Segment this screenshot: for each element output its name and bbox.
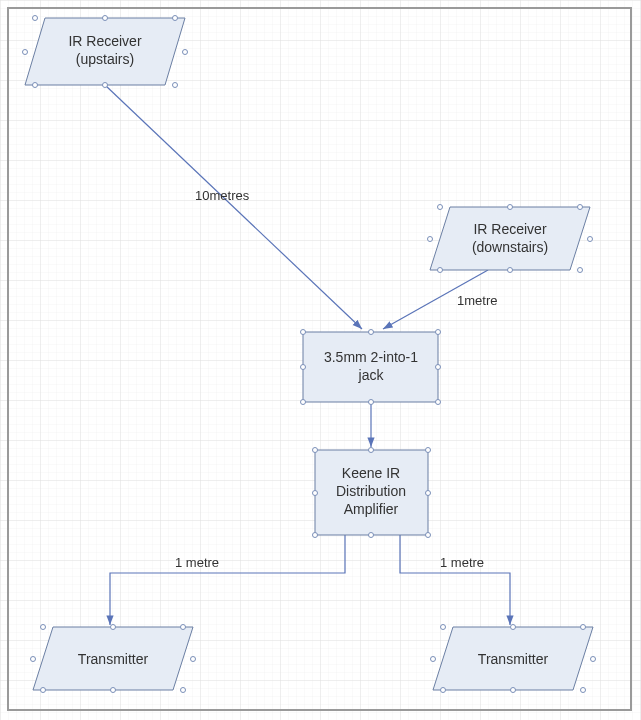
transmitter-left-line1: Transmitter	[78, 651, 149, 667]
svg-point-12	[183, 50, 188, 55]
svg-point-27	[369, 400, 374, 405]
svg-point-50	[441, 625, 446, 630]
svg-point-48	[191, 657, 196, 662]
svg-point-39	[426, 491, 431, 496]
svg-point-28	[436, 400, 441, 405]
svg-point-15	[508, 205, 513, 210]
jack-line1: 3.5mm 2-into-1	[324, 349, 418, 365]
svg-point-23	[301, 330, 306, 335]
node-jack[interactable]: 3.5mm 2-into-1 jack	[301, 330, 441, 405]
svg-point-29	[301, 365, 306, 370]
svg-point-16	[578, 205, 583, 210]
svg-point-19	[578, 268, 583, 273]
svg-point-57	[591, 657, 596, 662]
svg-point-9	[103, 83, 108, 88]
svg-point-51	[511, 625, 516, 630]
svg-point-26	[301, 400, 306, 405]
svg-point-38	[313, 491, 318, 496]
svg-point-35	[313, 533, 318, 538]
svg-point-11	[23, 50, 28, 55]
svg-point-25	[436, 330, 441, 335]
svg-point-10	[173, 83, 178, 88]
ir-upstairs-line2: (upstairs)	[76, 51, 134, 67]
node-transmitter-left[interactable]: Transmitter	[31, 625, 196, 693]
node-amp[interactable]: Keene IR Distribution Amplifier	[313, 448, 431, 538]
ir-downstairs-line2: (downstairs)	[472, 239, 548, 255]
label-amp-to-right: 1 metre	[440, 555, 484, 570]
svg-point-44	[41, 688, 46, 693]
amp-line3: Amplifier	[344, 501, 399, 517]
svg-point-14	[438, 205, 443, 210]
svg-point-45	[111, 688, 116, 693]
svg-point-32	[313, 448, 318, 453]
ir-downstairs-line1: IR Receiver	[473, 221, 546, 237]
svg-point-5	[33, 16, 38, 21]
svg-point-7	[173, 16, 178, 21]
node-ir-receiver-upstairs[interactable]: IR Receiver (upstairs)	[23, 16, 188, 88]
svg-point-33	[369, 448, 374, 453]
svg-point-24	[369, 330, 374, 335]
svg-point-41	[41, 625, 46, 630]
label-upstairs-to-jack: 10metres	[195, 188, 250, 203]
svg-point-37	[426, 533, 431, 538]
svg-point-21	[588, 237, 593, 242]
svg-point-36	[369, 533, 374, 538]
svg-point-56	[431, 657, 436, 662]
svg-point-20	[428, 237, 433, 242]
svg-point-42	[111, 625, 116, 630]
node-ir-receiver-downstairs[interactable]: IR Receiver (downstairs)	[428, 205, 593, 273]
svg-point-52	[581, 625, 586, 630]
svg-point-47	[31, 657, 36, 662]
label-downstairs-to-jack: 1metre	[457, 293, 497, 308]
svg-point-8	[33, 83, 38, 88]
svg-point-54	[511, 688, 516, 693]
amp-line2: Distribution	[336, 483, 406, 499]
label-amp-to-left: 1 metre	[175, 555, 219, 570]
svg-point-30	[436, 365, 441, 370]
svg-point-53	[441, 688, 446, 693]
svg-point-43	[181, 625, 186, 630]
transmitter-right-line1: Transmitter	[478, 651, 549, 667]
svg-point-17	[438, 268, 443, 273]
amp-line1: Keene IR	[342, 465, 400, 481]
svg-point-18	[508, 268, 513, 273]
svg-point-34	[426, 448, 431, 453]
svg-point-6	[103, 16, 108, 21]
ir-upstairs-line1: IR Receiver	[68, 33, 141, 49]
node-transmitter-right[interactable]: Transmitter	[431, 625, 596, 693]
jack-line2: jack	[358, 367, 385, 383]
svg-point-55	[581, 688, 586, 693]
svg-point-46	[181, 688, 186, 693]
